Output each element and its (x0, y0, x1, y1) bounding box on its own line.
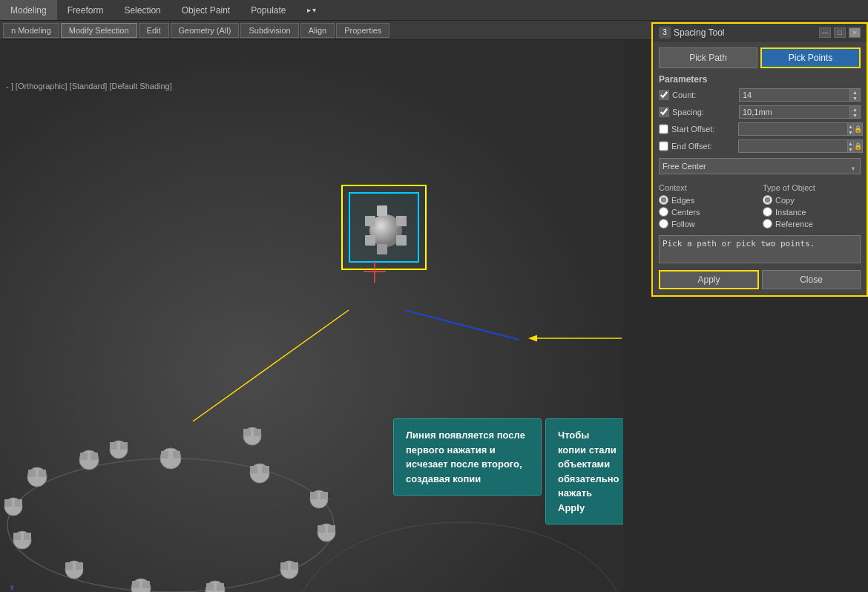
instance-radio[interactable] (763, 207, 772, 217)
count-row: Count: ▲ ▼ (659, 88, 861, 102)
reference-radio-row: Reference (763, 219, 861, 228)
end-offset-label: End Offset: (671, 142, 738, 151)
info-textarea: Pick a path or pick two points. (659, 235, 861, 263)
close-dialog-button[interactable]: Close (762, 270, 861, 289)
menu-modeling[interactable]: Modeling (0, 0, 57, 20)
count-spinner[interactable]: ▲ ▼ (850, 88, 861, 102)
spacing-panel-body: Pick Path Pick Points Parameters Count: … (653, 42, 867, 295)
main-viewport[interactable]: - ] [Orthographic] [Standard] [Default S… (0, 40, 623, 592)
count-up-arrow[interactable]: ▲ (850, 89, 860, 95)
copy-radio[interactable] (763, 195, 772, 205)
svg-rect-57 (377, 205, 387, 216)
spacing-spinner[interactable]: ▲ ▼ (850, 105, 861, 119)
svg-rect-53 (365, 216, 375, 226)
spacing-panel-titlebar: 3 Spacing Tool — □ × (653, 24, 867, 42)
edges-label: Edges (671, 196, 694, 205)
toolbar-modeling[interactable]: n Modeling (3, 23, 59, 38)
count-label: Count: (672, 91, 739, 99)
svg-rect-56 (396, 235, 407, 246)
start-offset-input[interactable] (738, 122, 848, 136)
start-offset-spinner[interactable]: ▲ ▼ (848, 122, 854, 136)
toolbar-properties[interactable]: Properties (336, 23, 389, 38)
svg-rect-55 (365, 235, 375, 246)
count-down-arrow[interactable]: ▼ (850, 95, 860, 101)
tooltip-apply-description: Чтобы копии стали объектами обязательно … (545, 418, 623, 524)
close-button[interactable]: × (849, 27, 861, 38)
centers-radio[interactable] (659, 207, 668, 217)
toolbar-edit[interactable]: Edit (139, 23, 169, 38)
pick-buttons-row: Pick Path Pick Points (659, 47, 861, 68)
end-offset-checkbox[interactable] (659, 141, 668, 151)
toolbar-modify-selection[interactable]: Modify Selection (61, 23, 137, 38)
end-offset-spinner[interactable]: ▲ ▼ (848, 139, 854, 153)
toolbar-align[interactable]: Align (300, 23, 335, 38)
follow-radio[interactable] (659, 219, 668, 228)
spacing-down-arrow[interactable]: ▼ (850, 112, 860, 118)
context-type-row: Context Edges Centers Follow Type of Obj… (659, 183, 861, 231)
minimize-button[interactable]: — (819, 27, 831, 38)
spacing-tool-icon: 3 (659, 27, 671, 39)
toolbar-geometry[interactable]: Geometry (All) (171, 23, 240, 38)
pick-points-button[interactable]: Pick Points (760, 47, 861, 68)
instance-radio-row: Instance (763, 207, 861, 217)
parameters-title: Parameters (659, 74, 861, 85)
follow-label: Follow (671, 220, 695, 228)
centers-label: Centers (671, 208, 700, 217)
count-checkbox[interactable] (659, 90, 669, 100)
apply-button[interactable]: Apply (659, 270, 759, 289)
free-center-dropdown[interactable]: Free Center Center Start End (659, 158, 861, 174)
count-input[interactable] (739, 88, 850, 102)
selected-object-inner (349, 192, 419, 263)
viewport-info-text: - ] [Orthographic] [Standard] [Default S… (6, 82, 172, 91)
start-offset-lock[interactable]: 🔒 (854, 122, 863, 136)
svg-rect-54 (396, 216, 407, 226)
follow-radio-row: Follow (659, 219, 757, 228)
parameters-section: Parameters Count: ▲ ▼ Spacing: ▲ ▼ (659, 74, 861, 154)
svg-rect-58 (377, 244, 387, 254)
edges-radio-row: Edges (659, 195, 757, 205)
menu-extra[interactable]: ▸ ▾ (297, 0, 327, 20)
start-offset-row: Start Offset: ▲ ▼ 🔒 (659, 122, 861, 137)
reference-label: Reference (775, 220, 813, 228)
spacing-row: Spacing: ▲ ▼ (659, 105, 861, 119)
toolbar-subdivision[interactable]: Subdivision (240, 23, 298, 38)
end-offset-input[interactable] (738, 139, 848, 153)
viewport-background (0, 40, 623, 592)
start-offset-label: Start Offset: (671, 125, 738, 134)
start-offset-checkbox[interactable] (659, 124, 668, 134)
context-column: Context Edges Centers Follow (659, 183, 757, 231)
spacing-label: Spacing: (672, 108, 739, 116)
pick-path-button[interactable]: Pick Path (659, 47, 757, 68)
centers-radio-row: Centers (659, 207, 757, 217)
copy-label: Copy (775, 196, 795, 205)
bottom-buttons: Apply Close (659, 270, 861, 289)
type-of-object-title: Type of Object (763, 183, 861, 192)
menu-freeform[interactable]: Freeform (57, 0, 114, 20)
menu-populate[interactable]: Populate (240, 0, 296, 20)
instance-label: Instance (775, 208, 806, 217)
copy-radio-row: Copy (763, 195, 861, 205)
type-column: Type of Object Copy Instance Reference (763, 183, 861, 231)
spacing-panel-title-text: Spacing Tool (674, 27, 725, 38)
tooltip-line-description: Линия появляется после первого нажатия и… (393, 418, 542, 496)
window-controls: — □ × (819, 27, 861, 38)
menu-object-paint[interactable]: Object Paint (171, 0, 240, 20)
menu-selection[interactable]: Selection (114, 0, 171, 20)
spacing-input[interactable] (739, 105, 850, 119)
object-3d-view (350, 194, 421, 264)
selected-object-box (341, 185, 427, 270)
spacing-checkbox[interactable] (659, 107, 669, 117)
end-offset-lock[interactable]: 🔒 (854, 139, 863, 153)
edges-radio[interactable] (659, 195, 668, 205)
dropdown-wrapper: Free Center Center Start End (659, 158, 861, 179)
spacing-up-arrow[interactable]: ▲ (850, 106, 860, 112)
reference-radio[interactable] (763, 219, 772, 228)
maximize-button[interactable]: □ (834, 27, 846, 38)
end-offset-row: End Offset: ▲ ▼ 🔒 (659, 139, 861, 154)
top-menu-bar: Modeling Freeform Selection Object Paint… (0, 0, 868, 21)
context-title: Context (659, 183, 757, 192)
spacing-tool-panel: 3 Spacing Tool — □ × Pick Path Pick Poin… (651, 22, 868, 297)
